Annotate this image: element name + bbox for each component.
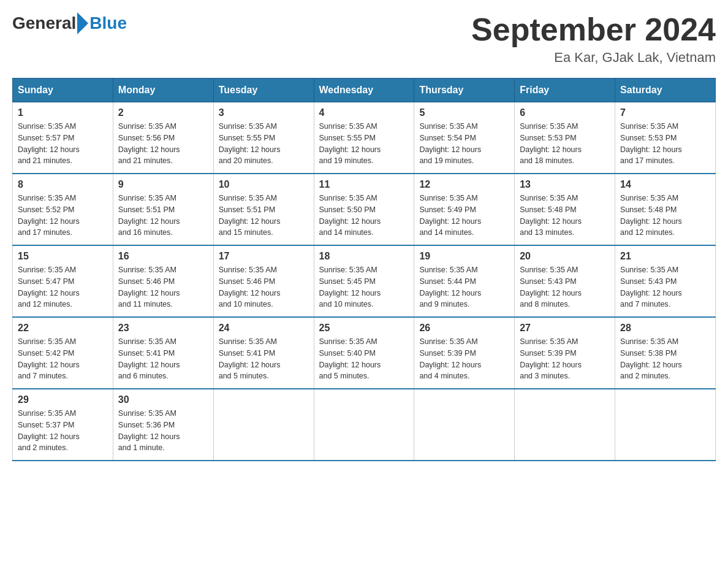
calendar-cell: 14Sunrise: 5:35 AMSunset: 5:48 PMDayligh… (615, 174, 716, 245)
day-number: 17 (219, 251, 309, 262)
calendar-cell (515, 389, 615, 461)
day-number: 18 (319, 251, 409, 262)
day-number: 10 (219, 179, 309, 190)
day-info: Sunrise: 5:35 AMSunset: 5:36 PMDaylight:… (118, 408, 208, 454)
calendar-cell: 13Sunrise: 5:35 AMSunset: 5:48 PMDayligh… (515, 174, 615, 245)
location: Ea Kar, GJak Lak, Vietnam (471, 50, 716, 66)
calendar-cell: 25Sunrise: 5:35 AMSunset: 5:40 PMDayligh… (314, 317, 414, 389)
calendar-cell: 7Sunrise: 5:35 AMSunset: 5:53 PMDaylight… (615, 102, 716, 174)
day-info: Sunrise: 5:35 AMSunset: 5:42 PMDaylight:… (18, 336, 108, 382)
day-info: Sunrise: 5:35 AMSunset: 5:41 PMDaylight:… (219, 336, 309, 382)
day-info: Sunrise: 5:35 AMSunset: 5:50 PMDaylight:… (319, 193, 409, 239)
day-number: 6 (520, 107, 610, 118)
calendar-cell: 9Sunrise: 5:35 AMSunset: 5:51 PMDaylight… (113, 174, 213, 245)
day-number: 9 (118, 179, 208, 190)
calendar-cell: 5Sunrise: 5:35 AMSunset: 5:54 PMDaylight… (414, 102, 515, 174)
day-number: 15 (18, 251, 108, 262)
day-info: Sunrise: 5:35 AMSunset: 5:55 PMDaylight:… (319, 121, 409, 167)
calendar-cell: 18Sunrise: 5:35 AMSunset: 5:45 PMDayligh… (314, 245, 414, 317)
day-info: Sunrise: 5:35 AMSunset: 5:51 PMDaylight:… (118, 193, 208, 239)
day-info: Sunrise: 5:35 AMSunset: 5:44 PMDaylight:… (419, 264, 509, 310)
day-info: Sunrise: 5:35 AMSunset: 5:46 PMDaylight:… (118, 264, 208, 310)
calendar-cell: 26Sunrise: 5:35 AMSunset: 5:39 PMDayligh… (414, 317, 515, 389)
calendar-cell (213, 389, 314, 461)
day-number: 23 (118, 323, 208, 334)
day-info: Sunrise: 5:35 AMSunset: 5:45 PMDaylight:… (319, 264, 409, 310)
day-number: 27 (520, 323, 610, 334)
calendar-cell: 21Sunrise: 5:35 AMSunset: 5:43 PMDayligh… (615, 245, 716, 317)
day-info: Sunrise: 5:35 AMSunset: 5:39 PMDaylight:… (520, 336, 610, 382)
day-number: 22 (18, 323, 108, 334)
calendar-cell: 19Sunrise: 5:35 AMSunset: 5:44 PMDayligh… (414, 245, 515, 317)
day-info: Sunrise: 5:35 AMSunset: 5:47 PMDaylight:… (18, 264, 108, 310)
day-info: Sunrise: 5:35 AMSunset: 5:53 PMDaylight:… (620, 121, 710, 167)
page-header: General Blue September 2024 Ea Kar, GJak… (12, 12, 716, 66)
calendar-cell: 3Sunrise: 5:35 AMSunset: 5:55 PMDaylight… (213, 102, 314, 174)
day-number: 26 (419, 323, 509, 334)
logo-arrow-icon (77, 12, 88, 34)
day-info: Sunrise: 5:35 AMSunset: 5:51 PMDaylight:… (219, 193, 309, 239)
day-number: 30 (118, 394, 208, 405)
week-row-4: 22Sunrise: 5:35 AMSunset: 5:42 PMDayligh… (13, 317, 716, 389)
day-number: 28 (620, 323, 710, 334)
day-info: Sunrise: 5:35 AMSunset: 5:57 PMDaylight:… (18, 121, 108, 167)
header-monday: Monday (113, 79, 213, 102)
week-row-2: 8Sunrise: 5:35 AMSunset: 5:52 PMDaylight… (13, 174, 716, 245)
calendar-cell: 28Sunrise: 5:35 AMSunset: 5:38 PMDayligh… (615, 317, 716, 389)
logo-blue-part: Blue (76, 12, 127, 34)
logo-blue-text: Blue (89, 13, 127, 33)
calendar-cell: 20Sunrise: 5:35 AMSunset: 5:43 PMDayligh… (515, 245, 615, 317)
day-number: 12 (419, 179, 509, 190)
header-thursday: Thursday (414, 79, 515, 102)
calendar-cell (414, 389, 515, 461)
calendar-cell: 24Sunrise: 5:35 AMSunset: 5:41 PMDayligh… (213, 317, 314, 389)
calendar-cell: 17Sunrise: 5:35 AMSunset: 5:46 PMDayligh… (213, 245, 314, 317)
logo-general-text: General (12, 13, 76, 33)
day-number: 2 (118, 107, 208, 118)
title-section: September 2024 Ea Kar, GJak Lak, Vietnam (471, 12, 716, 66)
header-row: Sunday Monday Tuesday Wednesday Thursday… (13, 79, 716, 102)
day-info: Sunrise: 5:35 AMSunset: 5:53 PMDaylight:… (520, 121, 610, 167)
calendar-cell: 11Sunrise: 5:35 AMSunset: 5:50 PMDayligh… (314, 174, 414, 245)
day-number: 21 (620, 251, 710, 262)
header-tuesday: Tuesday (213, 79, 314, 102)
day-info: Sunrise: 5:35 AMSunset: 5:52 PMDaylight:… (18, 193, 108, 239)
day-number: 11 (319, 179, 409, 190)
week-row-3: 15Sunrise: 5:35 AMSunset: 5:47 PMDayligh… (13, 245, 716, 317)
calendar-cell: 12Sunrise: 5:35 AMSunset: 5:49 PMDayligh… (414, 174, 515, 245)
calendar-cell: 6Sunrise: 5:35 AMSunset: 5:53 PMDaylight… (515, 102, 615, 174)
day-number: 25 (319, 323, 409, 334)
header-friday: Friday (515, 79, 615, 102)
logo: General Blue (12, 12, 127, 34)
calendar-table: Sunday Monday Tuesday Wednesday Thursday… (12, 78, 716, 461)
day-info: Sunrise: 5:35 AMSunset: 5:56 PMDaylight:… (118, 121, 208, 167)
calendar-cell: 2Sunrise: 5:35 AMSunset: 5:56 PMDaylight… (113, 102, 213, 174)
day-info: Sunrise: 5:35 AMSunset: 5:39 PMDaylight:… (419, 336, 509, 382)
header-sunday: Sunday (13, 79, 113, 102)
header-saturday: Saturday (615, 79, 716, 102)
day-info: Sunrise: 5:35 AMSunset: 5:43 PMDaylight:… (520, 264, 610, 310)
day-info: Sunrise: 5:35 AMSunset: 5:54 PMDaylight:… (419, 121, 509, 167)
day-info: Sunrise: 5:35 AMSunset: 5:55 PMDaylight:… (219, 121, 309, 167)
day-number: 29 (18, 394, 108, 405)
calendar-cell: 1Sunrise: 5:35 AMSunset: 5:57 PMDaylight… (13, 102, 113, 174)
calendar-cell: 15Sunrise: 5:35 AMSunset: 5:47 PMDayligh… (13, 245, 113, 317)
calendar-cell (615, 389, 716, 461)
day-number: 24 (219, 323, 309, 334)
day-info: Sunrise: 5:35 AMSunset: 5:49 PMDaylight:… (419, 193, 509, 239)
day-info: Sunrise: 5:35 AMSunset: 5:41 PMDaylight:… (118, 336, 208, 382)
calendar-cell: 16Sunrise: 5:35 AMSunset: 5:46 PMDayligh… (113, 245, 213, 317)
day-info: Sunrise: 5:35 AMSunset: 5:40 PMDaylight:… (319, 336, 409, 382)
week-row-5: 29Sunrise: 5:35 AMSunset: 5:37 PMDayligh… (13, 389, 716, 461)
header-wednesday: Wednesday (314, 79, 414, 102)
day-number: 7 (620, 107, 710, 118)
day-number: 13 (520, 179, 610, 190)
calendar-cell: 27Sunrise: 5:35 AMSunset: 5:39 PMDayligh… (515, 317, 615, 389)
day-info: Sunrise: 5:35 AMSunset: 5:46 PMDaylight:… (219, 264, 309, 310)
day-number: 19 (419, 251, 509, 262)
day-number: 4 (319, 107, 409, 118)
day-info: Sunrise: 5:35 AMSunset: 5:43 PMDaylight:… (620, 264, 710, 310)
calendar-cell: 4Sunrise: 5:35 AMSunset: 5:55 PMDaylight… (314, 102, 414, 174)
week-row-1: 1Sunrise: 5:35 AMSunset: 5:57 PMDaylight… (13, 102, 716, 174)
month-title: September 2024 (471, 12, 716, 47)
